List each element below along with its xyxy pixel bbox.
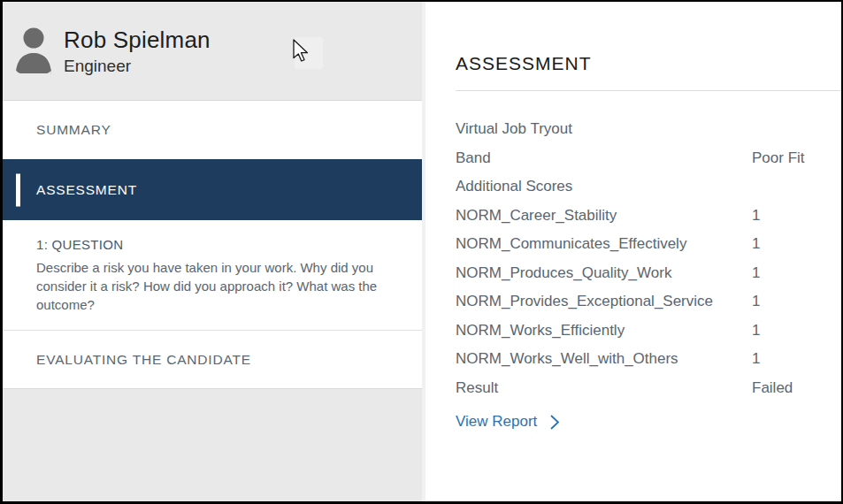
active-indicator — [16, 173, 20, 206]
score-label: Additional Scores — [456, 178, 752, 195]
score-value: 1 — [752, 264, 841, 282]
person-icon — [14, 27, 53, 75]
sidebar-item-assessment[interactable]: ASSESSMENT — [3, 159, 422, 220]
score-value: 1 — [752, 322, 841, 340]
score-row: NORM_Provides_Exceptional_Service 1 — [456, 287, 841, 317]
score-row: Virtual Job Tryout — [456, 115, 841, 144]
assessment-panel: ASSESSMENT Virtual Job Tryout Band Poor … — [425, 2, 841, 501]
panel-title-divider — [456, 90, 841, 91]
sidebar-item-label: ASSESSMENT — [36, 182, 137, 198]
candidate-text-block: Rob Spielman Engineer — [64, 27, 211, 76]
score-label: Result — [456, 379, 752, 397]
sidebar: Rob Spielman Engineer SUMMARY ASSESSMENT… — [3, 2, 422, 501]
score-row: Band Poor Fit — [456, 144, 841, 173]
score-row: NORM_Career_Stability 1 — [456, 202, 841, 231]
score-value: 1 — [752, 235, 841, 253]
score-label: Virtual Job Tryout — [456, 120, 752, 138]
app-window: Rob Spielman Engineer SUMMARY ASSESSMENT… — [0, 0, 843, 504]
score-label: NORM_Provides_Exceptional_Service — [456, 293, 752, 310]
score-value: 1 — [752, 293, 841, 310]
sidebar-item-label: SUMMARY — [36, 122, 111, 138]
score-row: NORM_Works_Well_with_Others 1 — [456, 345, 841, 374]
score-value: Failed — [752, 379, 841, 397]
question-text: Describe a risk you have taken in your w… — [36, 258, 392, 314]
score-value: 1 — [752, 350, 841, 368]
score-label: NORM_Communicates_Effectively — [456, 235, 752, 253]
sidebar-item-summary[interactable]: SUMMARY — [3, 101, 422, 159]
sidebar-question-item[interactable]: 1: QUESTION Describe a risk you have tak… — [3, 220, 422, 331]
sidebar-item-label: EVALUATING THE CANDIDATE — [36, 352, 251, 368]
panel-title: ASSESSMENT — [456, 52, 841, 75]
score-value: Poor Fit — [752, 149, 841, 167]
score-label: NORM_Career_Stability — [456, 207, 752, 225]
score-row: Result Failed — [456, 374, 841, 403]
score-label: NORM_Works_Efficiently — [456, 322, 752, 340]
score-row: NORM_Communicates_Effectively 1 — [456, 230, 841, 259]
score-label: NORM_Works_Well_with_Others — [456, 350, 752, 368]
view-report-label: View Report — [456, 413, 537, 431]
score-label: NORM_Produces_Quality_Work — [456, 264, 752, 282]
candidate-header: Rob Spielman Engineer — [3, 2, 422, 101]
score-table: Virtual Job Tryout Band Poor Fit Additio… — [456, 115, 841, 402]
question-title: 1: QUESTION — [36, 237, 404, 252]
sidebar-item-evaluating[interactable]: EVALUATING THE CANDIDATE — [3, 331, 422, 389]
score-value: 1 — [752, 207, 841, 225]
score-row: NORM_Works_Efficiently 1 — [456, 317, 841, 346]
chevron-right-icon — [549, 414, 560, 431]
sidebar-filler — [3, 389, 422, 501]
candidate-name: Rob Spielman — [64, 27, 211, 53]
candidate-role: Engineer — [64, 57, 211, 76]
score-row: NORM_Produces_Quality_Work 1 — [456, 259, 841, 288]
score-label: Band — [456, 149, 752, 167]
view-report-link[interactable]: View Report — [456, 413, 560, 431]
score-row: Additional Scores — [456, 172, 841, 202]
